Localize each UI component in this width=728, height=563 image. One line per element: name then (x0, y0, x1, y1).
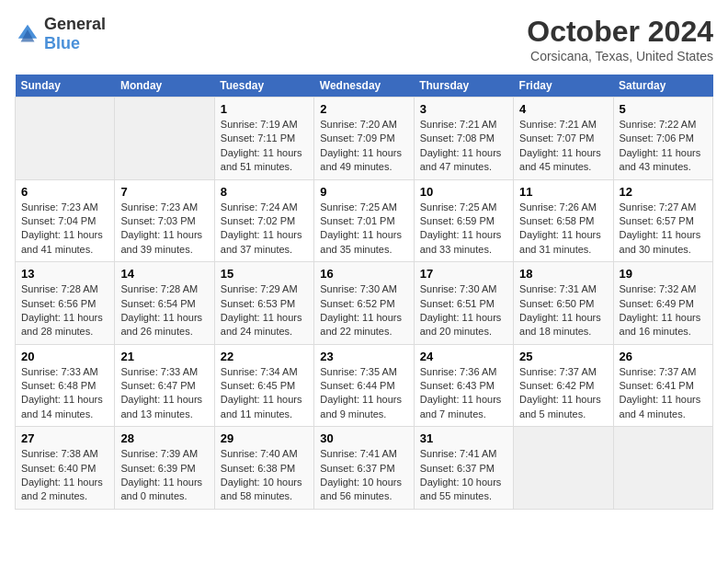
day-info: Sunrise: 7:35 AMSunset: 6:44 PMDaylight:… (320, 365, 407, 422)
calendar-row: 6Sunrise: 7:23 AMSunset: 7:04 PMDaylight… (16, 179, 713, 262)
calendar-row: 20Sunrise: 7:33 AMSunset: 6:48 PMDayligh… (16, 344, 713, 427)
day-number: 7 (120, 185, 208, 199)
day-number: 9 (320, 185, 407, 199)
calendar-cell: 4Sunrise: 7:21 AMSunset: 7:07 PMDaylight… (514, 98, 613, 180)
day-number: 28 (120, 431, 208, 445)
calendar-body: 1Sunrise: 7:19 AMSunset: 7:11 PMDaylight… (16, 98, 713, 510)
calendar-cell: 19Sunrise: 7:32 AMSunset: 6:49 PMDayligh… (613, 262, 712, 345)
page-title: October 2024 (527, 15, 713, 49)
day-number: 5 (620, 102, 707, 116)
calendar-row: 1Sunrise: 7:19 AMSunset: 7:11 PMDaylight… (16, 98, 713, 180)
calendar-cell (115, 98, 214, 180)
page-header: General Blue October 2024 Corsicana, Tex… (15, 15, 713, 63)
day-info: Sunrise: 7:38 AMSunset: 6:40 PMDaylight:… (21, 447, 108, 504)
day-info: Sunrise: 7:33 AMSunset: 6:48 PMDaylight:… (21, 365, 108, 422)
day-number: 24 (420, 350, 507, 363)
day-number: 26 (620, 350, 707, 363)
day-number: 3 (420, 102, 507, 116)
calendar-cell: 27Sunrise: 7:38 AMSunset: 6:40 PMDayligh… (16, 427, 115, 510)
header-sunday: Sunday (16, 75, 115, 98)
day-info: Sunrise: 7:37 AMSunset: 6:42 PMDaylight:… (519, 365, 607, 422)
day-info: Sunrise: 7:31 AMSunset: 6:50 PMDaylight:… (519, 282, 607, 339)
calendar-row: 27Sunrise: 7:38 AMSunset: 6:40 PMDayligh… (16, 427, 713, 510)
day-number: 13 (21, 267, 108, 281)
day-info: Sunrise: 7:32 AMSunset: 6:49 PMDaylight:… (620, 282, 707, 339)
day-info: Sunrise: 7:25 AMSunset: 7:01 PMDaylight:… (320, 201, 407, 258)
calendar-cell: 9Sunrise: 7:25 AMSunset: 7:01 PMDaylight… (314, 179, 414, 262)
day-number: 6 (21, 185, 108, 199)
logo: General Blue (15, 15, 106, 53)
day-number: 16 (320, 267, 407, 281)
day-info: Sunrise: 7:22 AMSunset: 7:06 PMDaylight:… (620, 118, 707, 175)
day-number: 11 (519, 185, 607, 199)
day-info: Sunrise: 7:25 AMSunset: 6:59 PMDaylight:… (420, 201, 507, 258)
calendar-cell: 11Sunrise: 7:26 AMSunset: 6:58 PMDayligh… (514, 179, 613, 262)
calendar-cell: 21Sunrise: 7:33 AMSunset: 6:47 PMDayligh… (115, 344, 214, 427)
header-tuesday: Tuesday (214, 75, 313, 98)
calendar-cell: 18Sunrise: 7:31 AMSunset: 6:50 PMDayligh… (514, 262, 613, 345)
calendar-cell: 3Sunrise: 7:21 AMSunset: 7:08 PMDaylight… (414, 98, 513, 180)
calendar-cell (16, 98, 115, 180)
calendar-cell: 28Sunrise: 7:39 AMSunset: 6:39 PMDayligh… (115, 427, 214, 510)
day-number: 2 (320, 102, 407, 116)
logo-general: General (44, 15, 106, 33)
day-info: Sunrise: 7:21 AMSunset: 7:08 PMDaylight:… (420, 118, 507, 175)
calendar-cell: 16Sunrise: 7:30 AMSunset: 6:52 PMDayligh… (314, 262, 414, 345)
day-info: Sunrise: 7:33 AMSunset: 6:47 PMDaylight:… (120, 365, 208, 422)
day-info: Sunrise: 7:26 AMSunset: 6:58 PMDaylight:… (519, 201, 607, 258)
day-number: 14 (120, 267, 208, 281)
header-thursday: Thursday (414, 75, 513, 98)
header-wednesday: Wednesday (314, 75, 414, 98)
day-number: 12 (620, 185, 707, 199)
header-saturday: Saturday (613, 75, 712, 98)
day-number: 18 (519, 267, 607, 281)
day-number: 29 (221, 431, 308, 445)
day-info: Sunrise: 7:19 AMSunset: 7:11 PMDaylight:… (221, 118, 308, 175)
calendar-cell: 22Sunrise: 7:34 AMSunset: 6:45 PMDayligh… (214, 344, 313, 427)
day-info: Sunrise: 7:21 AMSunset: 7:07 PMDaylight:… (519, 118, 607, 175)
day-number: 15 (221, 267, 308, 281)
day-info: Sunrise: 7:36 AMSunset: 6:43 PMDaylight:… (420, 365, 507, 422)
logo-blue: Blue (44, 34, 80, 52)
day-info: Sunrise: 7:23 AMSunset: 7:04 PMDaylight:… (21, 201, 108, 258)
day-info: Sunrise: 7:37 AMSunset: 6:41 PMDaylight:… (620, 365, 707, 422)
header-monday: Monday (115, 75, 214, 98)
calendar-cell: 13Sunrise: 7:28 AMSunset: 6:56 PMDayligh… (16, 262, 115, 345)
calendar-cell: 29Sunrise: 7:40 AMSunset: 6:38 PMDayligh… (214, 427, 313, 510)
day-info: Sunrise: 7:28 AMSunset: 6:56 PMDaylight:… (21, 282, 108, 339)
day-info: Sunrise: 7:24 AMSunset: 7:02 PMDaylight:… (221, 201, 308, 258)
day-number: 20 (21, 350, 108, 363)
day-number: 4 (519, 102, 607, 116)
logo-icon (15, 21, 40, 47)
day-info: Sunrise: 7:20 AMSunset: 7:09 PMDaylight:… (320, 118, 407, 175)
day-info: Sunrise: 7:28 AMSunset: 6:54 PMDaylight:… (120, 282, 208, 339)
calendar-cell: 17Sunrise: 7:30 AMSunset: 6:51 PMDayligh… (414, 262, 513, 345)
day-info: Sunrise: 7:34 AMSunset: 6:45 PMDaylight:… (221, 365, 308, 422)
day-info: Sunrise: 7:39 AMSunset: 6:39 PMDaylight:… (120, 447, 208, 504)
calendar-cell: 7Sunrise: 7:23 AMSunset: 7:03 PMDaylight… (115, 179, 214, 262)
calendar-cell: 2Sunrise: 7:20 AMSunset: 7:09 PMDaylight… (314, 98, 414, 180)
day-number: 1 (221, 102, 308, 116)
day-number: 27 (21, 431, 108, 445)
calendar-cell: 31Sunrise: 7:41 AMSunset: 6:37 PMDayligh… (414, 427, 513, 510)
day-info: Sunrise: 7:30 AMSunset: 6:52 PMDaylight:… (320, 282, 407, 339)
day-info: Sunrise: 7:29 AMSunset: 6:53 PMDaylight:… (221, 282, 308, 339)
day-info: Sunrise: 7:41 AMSunset: 6:37 PMDaylight:… (420, 447, 507, 504)
calendar-cell: 24Sunrise: 7:36 AMSunset: 6:43 PMDayligh… (414, 344, 513, 427)
day-info: Sunrise: 7:41 AMSunset: 6:37 PMDaylight:… (320, 447, 407, 504)
day-number: 10 (420, 185, 507, 199)
calendar-cell: 10Sunrise: 7:25 AMSunset: 6:59 PMDayligh… (414, 179, 513, 262)
calendar-cell: 1Sunrise: 7:19 AMSunset: 7:11 PMDaylight… (214, 98, 313, 180)
calendar-cell: 8Sunrise: 7:24 AMSunset: 7:02 PMDaylight… (214, 179, 313, 262)
page-subtitle: Corsicana, Texas, United States (527, 49, 713, 63)
calendar-row: 13Sunrise: 7:28 AMSunset: 6:56 PMDayligh… (16, 262, 713, 345)
calendar-cell: 26Sunrise: 7:37 AMSunset: 6:41 PMDayligh… (613, 344, 712, 427)
day-number: 31 (420, 431, 507, 445)
day-info: Sunrise: 7:30 AMSunset: 6:51 PMDaylight:… (420, 282, 507, 339)
header-row: Sunday Monday Tuesday Wednesday Thursday… (16, 75, 713, 98)
calendar-cell (514, 427, 613, 510)
calendar-cell: 5Sunrise: 7:22 AMSunset: 7:06 PMDaylight… (613, 98, 712, 180)
day-number: 19 (620, 267, 707, 281)
calendar-cell: 12Sunrise: 7:27 AMSunset: 6:57 PMDayligh… (613, 179, 712, 262)
calendar-cell: 14Sunrise: 7:28 AMSunset: 6:54 PMDayligh… (115, 262, 214, 345)
